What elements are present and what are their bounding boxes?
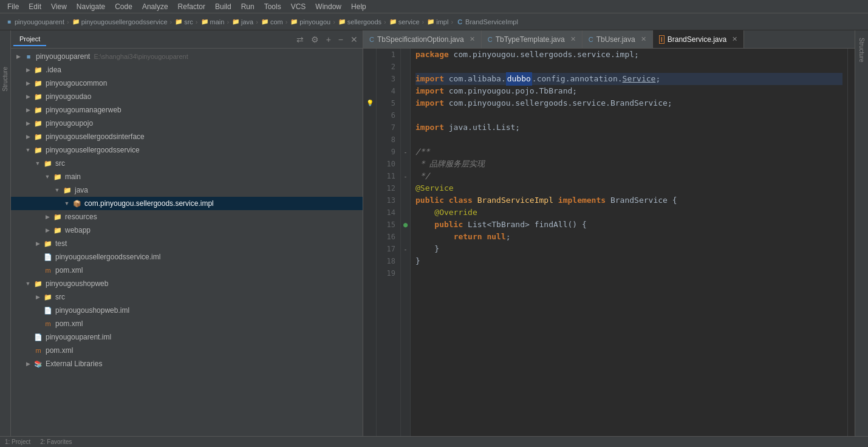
close-icon[interactable]: ✕ [470, 35, 475, 43]
fold-gutter: - - ● - [401, 49, 411, 436]
breadcrumb-impl[interactable]: impl [436, 18, 448, 26]
folder-icon: 📁 [52, 211, 63, 222]
tab-tbuser[interactable]: C TbUser.java ✕ [583, 30, 653, 49]
arrow-icon: ▶ [43, 214, 52, 220]
tree-item-pinyougoupojo[interactable]: ▶ 📁 pinyougoupojo [11, 117, 363, 130]
line-num-11: 11 [381, 170, 395, 182]
tree-item-pinyougoudao[interactable]: ▶ 📁 pinyougoudao [11, 90, 363, 103]
code-line-15: public List<TbBrand> findAll() { [415, 219, 842, 231]
menu-view[interactable]: View [46, 1, 72, 12]
tree-item-pinyougousellergoodsservice[interactable]: ▼ 📁 pinyougousellergoodsservice [11, 143, 363, 157]
arrow-icon: ▶ [23, 134, 33, 140]
bottom-1-project[interactable]: 1: Project [5, 438, 30, 445]
menu-refactor[interactable]: Refactor [173, 1, 210, 12]
breadcrumb-src[interactable]: src [184, 18, 193, 26]
file-icon: m [43, 318, 53, 329]
gutter-light-bulb[interactable]: 💡 [364, 97, 375, 108]
menu-navigate[interactable]: Navigate [72, 1, 110, 12]
tree-label: pinyougoushopweb.iml [55, 306, 129, 315]
tab-icon-i: I [659, 35, 665, 44]
tree-item-main[interactable]: ▼ 📁 main [11, 170, 363, 183]
menu-vcs[interactable]: VCS [286, 1, 311, 12]
sidebar-expand-btn[interactable]: + [324, 33, 333, 46]
tree-label: pom.xml [46, 346, 73, 355]
sidebar-tab-project[interactable]: Project [13, 33, 46, 46]
breadcrumb-sellergoods[interactable]: sellergoods [347, 18, 381, 26]
breadcrumb-service[interactable]: service [398, 18, 420, 26]
tree-label: pom.xml [55, 266, 83, 275]
fold-icon-9[interactable]: - [403, 149, 407, 155]
sidebar-tab-actions: ⇄ ⚙ + − ✕ [294, 33, 360, 46]
tree-item-pom2[interactable]: ▶ m pom.xml [11, 317, 363, 330]
menu-file[interactable]: File [2, 1, 24, 12]
tree-item-sellergoodsservice-iml[interactable]: ▶ 📄 pinyougousellergoodsservice.iml [11, 250, 363, 264]
menu-analyze[interactable]: Analyze [137, 1, 173, 12]
tree-item-external-libraries[interactable]: ▶ 📚 External Libraries [11, 357, 363, 370]
fold-icon-17[interactable]: - [403, 246, 407, 253]
breadcrumb-main[interactable]: main [210, 18, 225, 26]
tab-tbtypetemplate[interactable]: C TbTypeTemplate.java ✕ [482, 30, 583, 49]
tab-tbspecificationoption[interactable]: C TbSpecificationOption.java ✕ [363, 30, 482, 49]
tree-item-pinyougouparent-iml[interactable]: ▶ 📄 pinyougouparent.iml [11, 330, 363, 344]
menu-window[interactable]: Window [310, 1, 346, 12]
close-icon[interactable]: ✕ [570, 35, 576, 43]
menu-tools[interactable]: Tools [259, 1, 286, 12]
tree-item-pinyougoumanagerweb[interactable]: ▶ 📁 pinyougoumanagerweb [11, 103, 363, 117]
sidebar-collapse-btn[interactable]: − [336, 33, 346, 46]
structure-label[interactable]: Structure [2, 67, 9, 92]
tree-label: java [75, 186, 88, 194]
code-content[interactable]: package com.pinyougou.sellergoods.servic… [411, 49, 847, 436]
bottom-2-favorites[interactable]: 2: Favorites [40, 438, 72, 445]
arrow-icon: ▼ [23, 147, 33, 153]
sidebar-close-btn[interactable]: ✕ [348, 33, 360, 46]
menu-build[interactable]: Build [210, 1, 236, 12]
tree-item-package-impl[interactable]: ▼ 📦 com.pinyougou.sellergoods.service.im… [11, 197, 363, 210]
fold-icon-15[interactable]: ● [403, 220, 408, 229]
fold-icon-11[interactable]: - [403, 173, 407, 180]
breadcrumb-folder-icon2: 📁 [174, 18, 183, 26]
breadcrumb-pinyougouparent[interactable]: pinyougouparent [15, 18, 64, 26]
file-icon: 📄 [43, 305, 53, 316]
editor-tabs: C TbSpecificationOption.java ✕ C TbTypeT… [363, 30, 855, 49]
breadcrumb-pinyougou[interactable]: pinyougou [299, 18, 330, 26]
menu-edit[interactable]: Edit [24, 1, 46, 12]
breadcrumb-java[interactable]: java [241, 18, 253, 26]
tree-item-resources[interactable]: ▶ 📁 resources [11, 210, 363, 224]
tree-item-webapp[interactable]: ▶ 📁 webapp [11, 224, 363, 237]
sidebar-settings-btn[interactable]: ⚙ [309, 33, 321, 46]
tree-item-pinyougouparent[interactable]: ▶ ■ pinyougouparent E:\shanghai34\pinyou… [11, 50, 363, 63]
line-num-1: 1 [381, 49, 395, 61]
menu-code[interactable]: Code [110, 1, 137, 12]
tree-item-idea[interactable]: ▶ 📁 .idea [11, 63, 363, 77]
menu-help[interactable]: Help [346, 1, 371, 12]
line-num-19: 19 [381, 267, 395, 279]
breadcrumb: ■ pinyougouparent › 📁 pinyougousellergoo… [0, 13, 868, 30]
tree-item-test[interactable]: ▶ 📁 test [11, 237, 363, 250]
tree-item-java[interactable]: ▼ 📁 java [11, 183, 363, 197]
tree-item-pinyougoucommon[interactable]: ▶ 📁 pinyougoucommon [11, 77, 363, 90]
breadcrumb-sellergoodsservice[interactable]: pinyougousellergoodsservice [81, 18, 168, 26]
tab-label: TbUser.java [596, 35, 635, 44]
tree-item-pom1[interactable]: ▶ m pom.xml [11, 264, 363, 277]
close-icon[interactable]: ✕ [641, 35, 646, 43]
code-line-6 [415, 109, 842, 121]
tab-brandservice[interactable]: I BrandService.java ✕ [653, 30, 744, 49]
tree-item-pinyougoushopweb[interactable]: ▼ 📁 pinyougoushopweb [11, 277, 363, 290]
breadcrumb-folder-icon1: 📁 [72, 18, 80, 26]
tree-item-src[interactable]: ▼ 📁 src [11, 157, 363, 170]
breadcrumb-com[interactable]: com [270, 18, 283, 26]
folder-icon: 📁 [33, 131, 44, 142]
left-gutter: 💡 [363, 49, 377, 436]
code-container: 1 2 3 4 5 6 7 8 9 10 11 12 13 14 15 16 1 [377, 49, 847, 436]
tree-item-src2[interactable]: ▶ 📁 src [11, 290, 363, 304]
menu-run[interactable]: Run [236, 1, 259, 12]
project-tree[interactable]: ▶ ■ pinyougouparent E:\shanghai34\pinyou… [11, 49, 363, 436]
right-tool-label[interactable]: Structure [857, 35, 866, 65]
tree-item-pinyougousellergoodsinterface[interactable]: ▶ 📁 pinyougousellergoodsinterface [11, 130, 363, 143]
tree-item-shopweb-iml[interactable]: ▶ 📄 pinyougoushopweb.iml [11, 304, 363, 317]
close-icon[interactable]: ✕ [732, 35, 737, 43]
breadcrumb-brandserviceimpl[interactable]: BrandServiceImpl [465, 18, 518, 26]
tree-item-pom3[interactable]: ▶ m pom.xml [11, 344, 363, 357]
sidebar-sync-btn[interactable]: ⇄ [294, 33, 306, 46]
folder-icon: 📁 [43, 292, 53, 302]
